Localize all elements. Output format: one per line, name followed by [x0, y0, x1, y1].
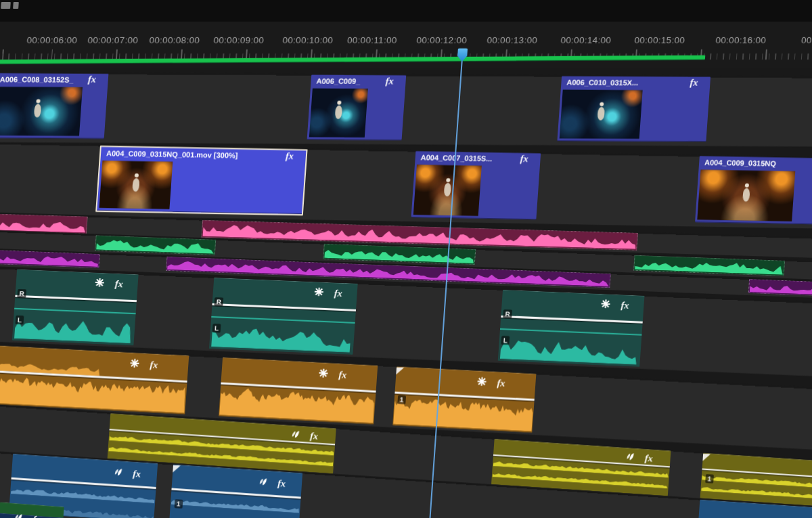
effect-star-icon [314, 286, 323, 299]
channel-badge-l: L [16, 315, 24, 324]
channel-badge-r: R [17, 289, 26, 299]
channel-badge-l: L [212, 324, 221, 333]
fade-handle[interactable] [396, 367, 404, 375]
clip-effect-icons: fx [289, 429, 319, 443]
clip-effect-icons: fx [12, 512, 41, 518]
waveform [96, 238, 215, 254]
clip-effect-icons: fx [319, 368, 347, 381]
clip-label: A006_C010_0315X... [566, 78, 686, 87]
fx-badge[interactable]: fx [338, 371, 346, 380]
timecode-label: 00:00:16:00 [715, 35, 767, 45]
channel-badge-l: L [501, 335, 510, 345]
waveform [211, 322, 351, 353]
audio-clip[interactable] [633, 255, 785, 276]
clip-effect-icons: fx [112, 467, 141, 481]
timecode-label: 00:00:11:00 [347, 35, 398, 45]
effect-star-icon [130, 358, 139, 371]
audio-clip[interactable] [748, 279, 812, 297]
clip-thumbnail [413, 165, 482, 216]
audio-transition-leaf-icon [12, 512, 22, 518]
clip-effect-icons: fx [623, 451, 653, 465]
clip-thumbnail [697, 170, 795, 221]
waveform [702, 475, 812, 488]
clip-header: A004_C007_0315S...fx [415, 151, 541, 165]
timeline-stage: 5:0000:00:06:0000:00:07:0000:00:08:0000:… [0, 0, 812, 518]
video-clip[interactable]: A006_C009_fx [307, 75, 407, 141]
timeline-ruler[interactable]: 5:0000:00:06:0000:00:07:0000:00:08:0000:… [0, 0, 812, 68]
channel-divider [14, 308, 136, 315]
fx-badge[interactable]: fx [88, 76, 97, 84]
fx-badge[interactable]: fx [32, 515, 41, 518]
fx-badge[interactable]: fx [150, 361, 158, 370]
clip-label: A004_C009_0315NQ [704, 158, 812, 169]
fx-badge[interactable]: fx [334, 289, 342, 297]
premiere-timeline-panel: 5:0000:00:06:0000:00:07:0000:00:08:0000:… [0, 0, 812, 518]
clip-header: A006_C008_03152S_fx [0, 73, 108, 85]
fx-badge[interactable]: fx [386, 77, 394, 85]
audio-clip[interactable]: fx [0, 343, 189, 414]
audio-clip[interactable] [0, 249, 100, 268]
channel-divider [500, 328, 642, 336]
clip-effect-icons: fx [130, 358, 158, 372]
waveform [0, 215, 86, 232]
volume-keyframe-line[interactable] [212, 303, 356, 311]
video-clip[interactable]: A006_C008_03152S_fx [0, 73, 108, 139]
waveform [171, 498, 300, 513]
audio-transition-leaf-icon [256, 476, 267, 489]
timecode-label: 00:00:07:00 [87, 35, 139, 45]
fx-badge[interactable]: fx [277, 479, 286, 488]
waveform [0, 251, 99, 267]
clip-label: A006_C009_ [316, 77, 382, 86]
audio-transition-leaf-icon [112, 467, 122, 479]
fade-handle[interactable] [173, 465, 181, 473]
timecode-label: 00:0 [801, 35, 812, 45]
clip-header: A004_C009_0315NQ_001.mov [300%]fx [101, 147, 307, 162]
fx-badge[interactable]: fx [520, 155, 528, 163]
clip-label: A006_C008_03152S_ [0, 75, 85, 84]
fx-badge[interactable]: fx [645, 454, 653, 463]
waveform [11, 488, 155, 503]
timecode-label: 00:00:06:00 [26, 35, 78, 45]
fx-badge[interactable]: fx [286, 152, 294, 160]
audio-transition-leaf-icon [623, 451, 634, 464]
clip-effect-icons: fx [256, 476, 286, 490]
clip-effect-icons: fx [314, 286, 342, 300]
video-track-v3: A006_C008_03152S_fxA006_C009_fxA006_C010… [0, 72, 812, 147]
clip-label: A004_C009_0315NQ_001.mov [300%] [106, 149, 282, 160]
audio-clip[interactable]: fx1 [169, 465, 302, 518]
video-clip[interactable]: A006_C010_0315X...fx [557, 76, 710, 142]
video-clip[interactable]: A004_C009_0315NQ_001.mov [300%]fx [95, 146, 307, 215]
video-clip[interactable]: A004_C009_0315NQ [695, 156, 812, 225]
clip-thumbnail [99, 160, 173, 209]
channel-badge-r: R [503, 309, 512, 319]
audio-clip[interactable]: fxRL [12, 269, 139, 346]
fx-badge[interactable]: fx [497, 379, 505, 388]
waveform [701, 486, 812, 498]
clip-thumbnail [0, 87, 83, 136]
fx-badge[interactable]: fx [621, 301, 629, 309]
audio-clip[interactable] [95, 235, 216, 255]
audio-clip[interactable]: fx [219, 358, 378, 425]
waveform [750, 281, 812, 295]
volume-keyframe-line[interactable] [15, 295, 137, 302]
timecode-label: 00:00:09:00 [213, 35, 265, 45]
audio-clip[interactable]: 1 [700, 453, 812, 506]
fade-handle[interactable] [702, 454, 710, 462]
video-clip[interactable]: A004_C007_0315S...fx [411, 151, 541, 219]
fx-badge[interactable]: fx [133, 470, 141, 479]
channel-badge-r: R [214, 297, 223, 307]
dancer-figure [596, 102, 606, 121]
effect-star-icon [477, 376, 487, 389]
clip-effect-icons: fx [601, 299, 629, 312]
fx-badge[interactable]: fx [310, 432, 318, 441]
audio-clip[interactable]: fxRL [209, 278, 358, 355]
volume-keyframe-line[interactable] [501, 316, 643, 323]
fx-badge[interactable]: fx [115, 280, 123, 288]
waveform [635, 257, 784, 275]
audio-clip[interactable]: fx1 [392, 366, 536, 433]
dancer-figure [742, 184, 751, 202]
timecode-label: 00:00:14:00 [560, 35, 612, 45]
audio-clip[interactable]: fxRL [498, 290, 645, 367]
waveform [14, 314, 132, 343]
fx-badge[interactable]: fx [690, 79, 698, 87]
